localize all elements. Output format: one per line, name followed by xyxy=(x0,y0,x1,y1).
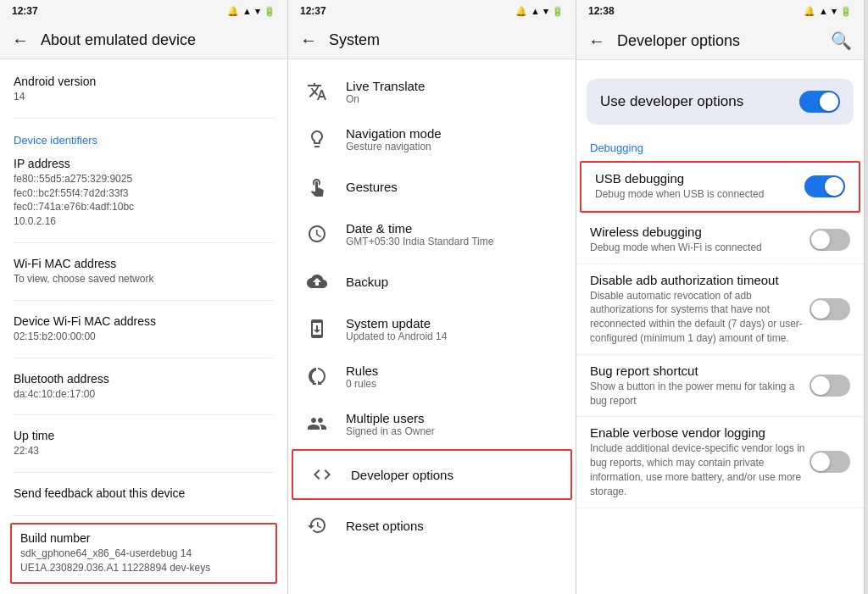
uptime-block: Up time 22:43 xyxy=(0,422,287,465)
bug-report-toggle[interactable] xyxy=(810,375,850,397)
divider-7 xyxy=(14,515,274,516)
status-icons-3: 🔔 ▲ ▾ 🔋 xyxy=(804,6,852,17)
back-button-3[interactable]: ← xyxy=(588,31,605,51)
battery-icon-2: 🔋 xyxy=(552,6,564,17)
use-developer-options-block[interactable]: Use developer options xyxy=(587,79,854,125)
disable-adb-auth-subtitle: Disable automatic revocation of adb auth… xyxy=(590,289,810,346)
backup-title: Backup xyxy=(346,275,562,289)
bluetooth-label: Bluetooth address xyxy=(14,372,274,386)
system-update-icon xyxy=(302,314,332,344)
wifi-icon: ▾ xyxy=(255,6,260,17)
android-version-value: 14 xyxy=(14,90,274,104)
verbose-logging-toggle[interactable] xyxy=(810,451,850,473)
menu-item-backup[interactable]: Backup xyxy=(288,258,576,305)
multiple-users-text: Multiple users Signed in as Owner xyxy=(346,411,562,437)
back-button-2[interactable]: ← xyxy=(300,31,317,50)
developer-options-title: Developer options xyxy=(351,468,557,482)
notification-icon: 🔔 xyxy=(227,6,239,17)
menu-item-rules[interactable]: Rules 0 rules xyxy=(288,353,576,400)
search-button[interactable]: 🔍 xyxy=(831,31,852,51)
device-wifi-mac-label: Device Wi-Fi MAC address xyxy=(14,314,274,328)
content-system: Live Translate On Navigation mode Gestur… xyxy=(288,59,576,594)
menu-item-reset-options[interactable]: Reset options xyxy=(288,502,576,549)
status-icons-2: 🔔 ▲ ▾ 🔋 xyxy=(515,6,564,17)
use-developer-options-toggle[interactable] xyxy=(799,91,840,113)
header-1: ← About emulated device xyxy=(0,22,287,59)
bug-report-subtitle: Show a button in the power menu for taki… xyxy=(590,380,810,408)
status-time-3: 12:38 xyxy=(588,5,615,17)
disable-adb-auth-toggle[interactable] xyxy=(810,298,850,320)
system-update-subtitle: Updated to Android 14 xyxy=(346,330,562,342)
toggle-thumb-adb xyxy=(811,300,830,319)
wifi-icon-2: ▾ xyxy=(543,6,548,17)
send-feedback-block[interactable]: Send feedback about this device xyxy=(0,480,287,508)
rules-text: Rules 0 rules xyxy=(346,364,562,390)
setting-bug-report-shortcut[interactable]: Bug report shortcut Show a button in the… xyxy=(576,355,864,418)
wifi-mac-label: Wi-Fi MAC address xyxy=(14,257,274,270)
menu-item-live-translate[interactable]: Live Translate On xyxy=(288,68,576,115)
date-time-text: Date & time GMT+05:30 India Standard Tim… xyxy=(346,221,562,247)
rules-title: Rules xyxy=(346,364,562,378)
setting-usb-debugging[interactable]: USB debugging Debug mode when USB is con… xyxy=(581,163,859,211)
setting-wireless-debugging[interactable]: Wireless debugging Debug mode when Wi-Fi… xyxy=(576,216,864,264)
rules-icon xyxy=(302,361,332,391)
wireless-debugging-toggle[interactable] xyxy=(810,229,850,251)
multiple-users-subtitle: Signed in as Owner xyxy=(346,425,562,437)
developer-options-icon xyxy=(307,459,337,490)
signal-icon-3: ▲ xyxy=(819,6,828,16)
menu-item-developer-options[interactable]: Developer options xyxy=(292,449,572,500)
wireless-debugging-subtitle: Debug mode when Wi-Fi is connected xyxy=(590,241,810,255)
menu-item-multiple-users[interactable]: Multiple users Signed in as Owner xyxy=(288,400,576,447)
disable-adb-auth-text: Disable adb authorization timeout Disabl… xyxy=(590,273,810,346)
reset-options-text: Reset options xyxy=(346,519,562,533)
wifi-icon-3: ▾ xyxy=(832,6,837,17)
status-time-1: 12:37 xyxy=(12,5,38,17)
battery-icon: 🔋 xyxy=(264,6,275,17)
panel-system: 12:37 🔔 ▲ ▾ 🔋 ← System Live Translate On xyxy=(288,0,576,594)
usb-debugging-subtitle: Debug mode when USB is connected xyxy=(595,187,804,202)
usb-debugging-toggle[interactable] xyxy=(804,175,845,197)
menu-item-gestures[interactable]: Gestures xyxy=(288,163,576,210)
backup-icon xyxy=(302,266,332,297)
status-bar-2: 12:37 🔔 ▲ ▾ 🔋 xyxy=(288,0,576,22)
date-time-icon xyxy=(302,219,332,249)
gestures-title: Gestures xyxy=(346,180,562,194)
header-2: ← System xyxy=(288,22,576,59)
status-bar-3: 12:38 🔔 ▲ ▾ 🔋 xyxy=(576,0,864,22)
menu-item-system-update[interactable]: System update Updated to Android 14 xyxy=(288,305,576,353)
toggle-thumb-bug-report xyxy=(811,376,830,395)
wifi-mac-value: To view, choose saved network xyxy=(14,272,274,286)
panel-developer-options: 12:38 🔔 ▲ ▾ 🔋 ← Developer options 🔍 Use … xyxy=(576,0,865,594)
build-number-box[interactable]: Build number sdk_gphone64_x86_64-userdeb… xyxy=(10,523,277,584)
multiple-users-icon xyxy=(302,408,332,439)
divider-4 xyxy=(14,358,274,358)
verbose-logging-title: Enable verbose vendor logging xyxy=(590,425,810,440)
setting-verbose-logging[interactable]: Enable verbose vendor logging Include ad… xyxy=(576,417,864,508)
usb-debugging-box: USB debugging Debug mode when USB is con… xyxy=(580,161,860,213)
menu-item-date-time[interactable]: Date & time GMT+05:30 India Standard Tim… xyxy=(288,210,576,258)
use-developer-options-label: Use developer options xyxy=(600,93,743,110)
status-bar-1: 12:37 🔔 ▲ ▾ 🔋 xyxy=(0,0,287,22)
date-time-title: Date & time xyxy=(346,221,562,236)
wifi-mac-block: Wi-Fi MAC address To view, choose saved … xyxy=(0,250,287,293)
content-about: Android version 14 Device identifiers IP… xyxy=(0,59,287,594)
usb-debugging-text: USB debugging Debug mode when USB is con… xyxy=(595,171,804,202)
build-number-value: sdk_gphone64_x86_64-userdebug 14UE1A.230… xyxy=(20,547,267,575)
build-number-label: Build number xyxy=(20,531,267,545)
send-feedback-label: Send feedback about this device xyxy=(14,486,274,500)
header-3: ← Developer options 🔍 xyxy=(576,22,864,60)
menu-item-navigation-mode[interactable]: Navigation mode Gesture navigation xyxy=(288,115,576,163)
device-wifi-mac-block: Device Wi-Fi MAC address 02:15:b2:00:00:… xyxy=(0,308,287,351)
divider-2 xyxy=(14,242,274,243)
android-version-block: Android version 14 xyxy=(0,68,287,111)
bluetooth-value: da:4c:10:de:17:00 xyxy=(14,387,274,402)
back-button-1[interactable]: ← xyxy=(12,31,29,50)
verbose-logging-text: Enable verbose vendor logging Include ad… xyxy=(590,425,810,498)
usb-debugging-title: USB debugging xyxy=(595,171,804,186)
uptime-value: 22:43 xyxy=(14,444,274,458)
wireless-debugging-title: Wireless debugging xyxy=(590,225,810,239)
system-update-text: System update Updated to Android 14 xyxy=(346,316,562,342)
notification-icon-3: 🔔 xyxy=(804,6,815,17)
setting-disable-adb-auth[interactable]: Disable adb authorization timeout Disabl… xyxy=(576,264,864,355)
gestures-text: Gestures xyxy=(346,180,562,194)
